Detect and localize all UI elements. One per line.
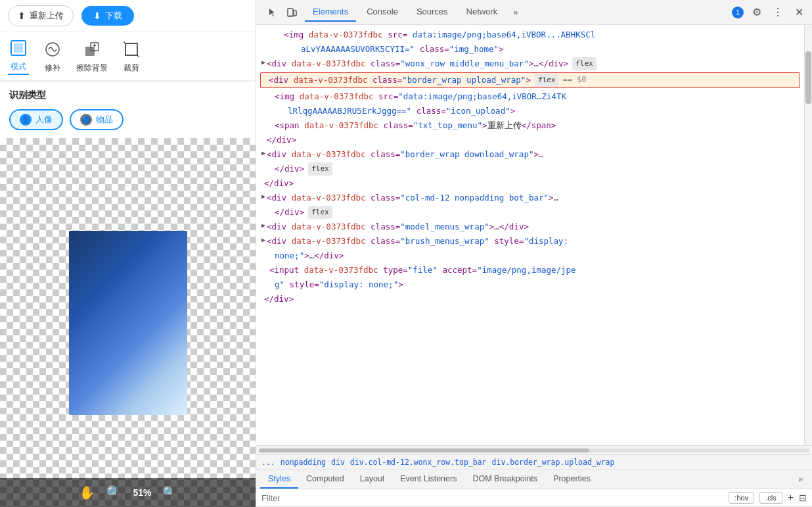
- zoom-in-button[interactable]: 🔍: [106, 485, 122, 500]
- tab-elements[interactable]: Elements: [305, 3, 356, 22]
- vertical-scrollbar[interactable]: [804, 25, 812, 445]
- reupload-label: 重新上传: [30, 10, 64, 22]
- section-title: 识别类型: [0, 82, 256, 107]
- code-line-download: ▶ <div data-v-0373fdbc class= "border_wr…: [256, 147, 804, 162]
- reupload-button[interactable]: ⬆ 重新上传: [8, 5, 74, 26]
- filter-input[interactable]: [261, 493, 723, 503]
- settings-icon[interactable]: ⚙: [749, 5, 765, 20]
- tool-repair[interactable]: 修补: [42, 39, 63, 74]
- tab-sources[interactable]: Sources: [409, 3, 456, 22]
- svg-rect-3: [85, 47, 95, 56]
- dollar-zero: == $0: [562, 74, 586, 86]
- download-icon: ⬇: [93, 11, 101, 21]
- flex-badge-wonx: flex: [572, 57, 597, 70]
- tab-properties[interactable]: Properties: [545, 470, 598, 489]
- tab-computed[interactable]: Computed: [298, 470, 352, 489]
- code-line-highlighted: <div data-v-0373fdbc class= "border_wrap…: [260, 72, 800, 88]
- code-line-brush2: none;" > … </div>: [256, 249, 804, 263]
- preview-image: [69, 231, 187, 415]
- code-line-botbar: ▶ <div data-v-0373fdbc class= "col-md-12…: [256, 191, 804, 205]
- bottom-controls: ✋ 🔍 51% 🔍: [0, 478, 256, 507]
- cls-button[interactable]: .cls: [759, 492, 782, 504]
- bottom-tabs-bar: Styles Computed Layout Event Listeners D…: [256, 470, 812, 489]
- close-icon[interactable]: ✕: [791, 5, 807, 20]
- device-icon[interactable]: [284, 5, 300, 20]
- svg-rect-1: [14, 43, 23, 53]
- expand-arrow-model[interactable]: ▶: [261, 220, 265, 231]
- type-person-label: 人像: [35, 114, 53, 126]
- scrollbar-thumb-h[interactable]: [259, 448, 589, 452]
- tool-erase[interactable]: 擦除背景: [76, 39, 108, 74]
- hand-tool-button[interactable]: ✋: [79, 485, 95, 500]
- zoom-out-icon: 🔍: [162, 485, 177, 500]
- add-style-button[interactable]: +: [788, 492, 794, 504]
- tab-layout[interactable]: Layout: [352, 470, 393, 489]
- type-object-button[interactable]: 🔵 物品: [70, 109, 124, 130]
- code-line-botbar-close: </div> flex: [256, 205, 804, 220]
- hand-icon: ✋: [79, 485, 95, 500]
- scroll-thumb[interactable]: [805, 51, 811, 104]
- tab-console[interactable]: Console: [359, 3, 406, 22]
- cursor-icon[interactable]: [264, 5, 280, 20]
- expand-arrow-brush[interactable]: ▶: [261, 235, 265, 245]
- zoom-out-button[interactable]: 🔍: [162, 485, 177, 500]
- code-line-img2: aLvYAAAAAASUVORK5CYII=" class= "img_home…: [256, 42, 804, 57]
- breadcrumb-topbar[interactable]: div.col-md-12.wonx_row.top_bar: [350, 458, 487, 467]
- image-preview: ✋ 🔍 51% 🔍: [0, 138, 256, 507]
- flex-badge-upload: flex: [535, 74, 559, 87]
- code-line-img-upload2: lRlqgAAAAABJRU5ErkJggg==" class= "icon_u…: [256, 104, 804, 118]
- devtools-header-icons: 1 ⚙ ⋮ ✕: [732, 5, 807, 20]
- horizontal-scrollbar[interactable]: [256, 445, 812, 454]
- hov-button[interactable]: :hov: [729, 492, 754, 504]
- code-line-img-upload: <img data-v-0373fdbc src= "data:image/pn…: [256, 89, 804, 104]
- panel-icon[interactable]: ⊟: [799, 493, 807, 503]
- expand-arrow-download[interactable]: ▶: [261, 148, 265, 158]
- tab-event-listeners[interactable]: Event Listeners: [392, 470, 464, 489]
- tag-open: <img: [284, 28, 309, 41]
- expand-arrow-wonx[interactable]: ▶: [261, 57, 265, 68]
- tab-more-bottom[interactable]: »: [793, 472, 808, 487]
- repair-icon: [42, 39, 63, 60]
- flex-badge-download: flex: [308, 162, 332, 176]
- tab-network[interactable]: Network: [459, 3, 506, 22]
- object-icon: 🔵: [80, 114, 92, 126]
- erase-icon: [81, 39, 102, 60]
- upload-icon: ⬆: [18, 11, 26, 21]
- svg-rect-10: [288, 9, 293, 16]
- code-line-close-div: </div>: [256, 133, 804, 147]
- more-options-icon[interactable]: ⋮: [770, 5, 786, 20]
- code-line-final-close: </div>: [256, 292, 804, 306]
- breadcrumb-bar: ... nonpadding div div.col-md-12.wonx_ro…: [256, 454, 812, 470]
- breadcrumb-upload-wrap[interactable]: div.border_wrap.upload_wrap: [492, 458, 615, 467]
- expand-arrow-botbar[interactable]: ▶: [261, 191, 265, 202]
- type-object-label: 物品: [96, 114, 113, 126]
- breadcrumb-nonpadding[interactable]: nonpadding: [281, 458, 326, 467]
- code-line-input2: g" style= "display: none;" >: [256, 278, 804, 292]
- tool-crop-label: 裁剪: [124, 62, 139, 74]
- tool-crop[interactable]: 裁剪: [121, 39, 142, 74]
- svg-rect-7: [125, 43, 137, 55]
- tab-more[interactable]: »: [508, 5, 523, 20]
- crop-icon: [121, 39, 142, 60]
- devtools-header: Elements Console Sources Network » 1 ⚙ ⋮…: [256, 0, 812, 25]
- code-area[interactable]: <img data-v-0373fdbc src= data:image/png…: [256, 25, 804, 445]
- tool-erase-label: 擦除背景: [76, 62, 108, 74]
- mode-icon: [8, 37, 29, 59]
- code-line-img: <img data-v-0373fdbc src= data:image/png…: [256, 28, 804, 42]
- person-icon: 👤: [20, 114, 32, 126]
- code-line-close-div2: </div>: [256, 176, 804, 191]
- tab-dom-breakpoints[interactable]: DOM Breakpoints: [464, 470, 545, 489]
- breadcrumb-ellipsis[interactable]: ...: [261, 458, 275, 467]
- notification-badge: 1: [732, 7, 744, 18]
- breadcrumb-div[interactable]: div: [331, 458, 345, 467]
- tool-mode[interactable]: 模式: [8, 37, 29, 75]
- flex-badge-botbar: flex: [308, 206, 332, 219]
- zoom-in-icon: 🔍: [106, 485, 122, 500]
- svg-line-8: [124, 41, 125, 43]
- type-person-button[interactable]: 👤 人像: [9, 109, 63, 130]
- svg-rect-11: [294, 11, 296, 16]
- tab-styles[interactable]: Styles: [260, 470, 298, 489]
- download-button[interactable]: ⬇ 下载: [81, 6, 134, 26]
- devtools-panel: Elements Console Sources Network » 1 ⚙ ⋮…: [256, 0, 812, 507]
- left-panel: ⬆ 重新上传 ⬇ 下载 模式 修补: [0, 0, 256, 507]
